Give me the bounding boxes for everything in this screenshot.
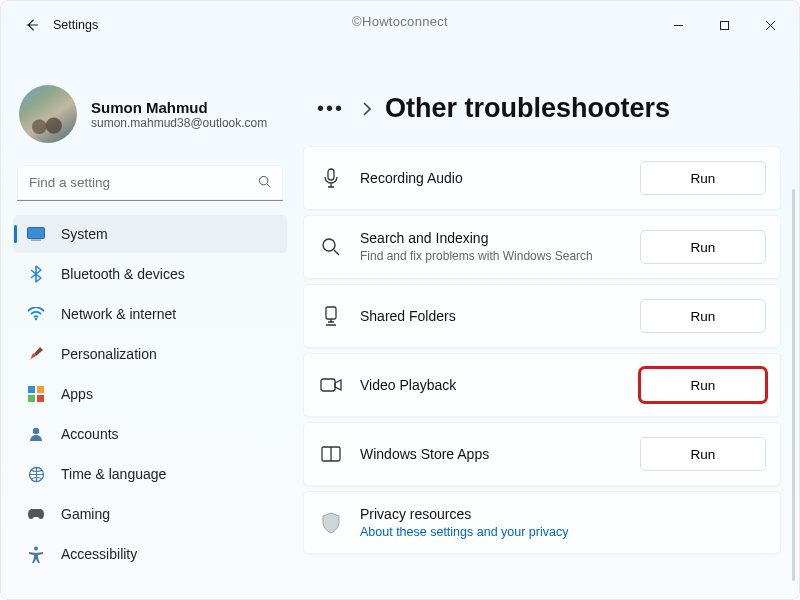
run-button[interactable]: Run [640,437,766,471]
svg-rect-3 [31,240,41,241]
breadcrumb: ••• Other troubleshooters [299,49,781,146]
sidebar-item-bluetooth[interactable]: Bluetooth & devices [13,255,287,293]
sidebar-item-label: Accessibility [61,546,137,562]
sidebar-item-label: Accounts [61,426,119,442]
wifi-icon [27,305,45,323]
troubleshooter-search-indexing: Search and Indexing Find and fix problem… [303,215,781,279]
apps-icon [27,385,45,403]
sidebar-item-network[interactable]: Network & internet [13,295,287,333]
svg-rect-14 [326,307,336,319]
sidebar-item-label: Time & language [61,466,166,482]
video-icon [320,374,342,396]
sidebar-item-gaming[interactable]: Gaming [13,495,287,533]
svg-rect-5 [28,386,35,393]
troubleshooter-windows-store-apps: Windows Store Apps Run [303,422,781,486]
search-icon [257,174,273,190]
svg-point-11 [34,546,38,550]
sidebar-item-apps[interactable]: Apps [13,375,287,413]
sidebar-item-accounts[interactable]: Accounts [13,415,287,453]
avatar [19,85,77,143]
privacy-title: Privacy resources [360,506,766,522]
titlebar: Settings ©Howtoconnect [1,1,799,49]
maximize-icon [719,20,730,31]
svg-point-4 [35,318,37,320]
profile-name: Sumon Mahmud [91,99,267,116]
svg-rect-0 [720,21,728,29]
sidebar-item-label: System [61,226,108,242]
scrollbar[interactable] [792,189,795,581]
mic-icon [320,167,342,189]
maximize-button[interactable] [701,9,747,41]
chevron-right-icon [362,102,371,116]
search-box[interactable] [17,165,283,201]
svg-point-13 [323,239,335,251]
shield-icon [320,512,342,534]
search-input[interactable] [17,165,283,201]
run-button[interactable]: Run [640,161,766,195]
svg-point-1 [259,176,267,184]
watermark: ©Howtoconnect [352,14,448,29]
troubleshooter-recording-audio: Recording Audio Run [303,146,781,210]
svg-rect-8 [37,395,44,402]
sidebar-item-label: Bluetooth & devices [61,266,185,282]
sidebar-item-personalization[interactable]: Personalization [13,335,287,373]
profile-block[interactable]: Sumon Mahmud sumon.mahmud38@outlook.com [13,49,287,165]
page-title: Other troubleshooters [385,93,670,124]
run-button[interactable]: Run [640,299,766,333]
sidebar-item-label: Gaming [61,506,110,522]
content-area: ••• Other troubleshooters Recording Audi… [299,49,799,599]
back-arrow-icon [23,16,41,34]
svg-rect-2 [28,228,45,239]
troubleshooter-title: Windows Store Apps [360,446,640,462]
store-icon [320,443,342,465]
sidebar-item-system[interactable]: System [13,215,287,253]
troubleshooter-desc: Find and fix problems with Windows Searc… [360,248,640,264]
close-icon [765,20,776,31]
sidebar-item-label: Personalization [61,346,157,362]
system-icon [27,225,45,243]
minimize-button[interactable] [655,9,701,41]
shared-folder-icon [320,305,342,327]
svg-rect-6 [37,386,44,393]
privacy-link[interactable]: About these settings and your privacy [360,525,766,539]
breadcrumb-ellipsis[interactable]: ••• [313,97,348,120]
close-button[interactable] [747,9,793,41]
troubleshooter-video-playback: Video Playback Run [303,353,781,417]
search-icon [320,236,342,258]
svg-point-9 [33,428,39,434]
globe-clock-icon [27,465,45,483]
troubleshooter-shared-folders: Shared Folders Run [303,284,781,348]
privacy-resources[interactable]: Privacy resources About these settings a… [303,491,781,554]
run-button[interactable]: Run [640,368,766,402]
svg-rect-7 [28,395,35,402]
troubleshooter-title: Search and Indexing [360,230,640,246]
sidebar-item-time-language[interactable]: Time & language [13,455,287,493]
app-title: Settings [53,18,98,32]
run-button[interactable]: Run [640,230,766,264]
profile-email: sumon.mahmud38@outlook.com [91,116,267,130]
minimize-icon [673,20,684,31]
sidebar-item-label: Network & internet [61,306,176,322]
sidebar: Sumon Mahmud sumon.mahmud38@outlook.com … [1,49,299,599]
bluetooth-icon [27,265,45,283]
person-icon [27,425,45,443]
nav-list: System Bluetooth & devices Network & int… [13,215,287,573]
gaming-icon [27,505,45,523]
svg-rect-12 [328,169,334,180]
troubleshooter-title: Recording Audio [360,170,640,186]
brush-icon [27,345,45,363]
svg-rect-15 [321,379,335,391]
sidebar-item-label: Apps [61,386,93,402]
sidebar-item-accessibility[interactable]: Accessibility [13,535,287,573]
troubleshooter-title: Video Playback [360,377,640,393]
troubleshooter-list: Recording Audio Run Search and Indexing … [299,146,781,554]
accessibility-icon [27,545,45,563]
back-button[interactable] [15,8,49,42]
troubleshooter-title: Shared Folders [360,308,640,324]
